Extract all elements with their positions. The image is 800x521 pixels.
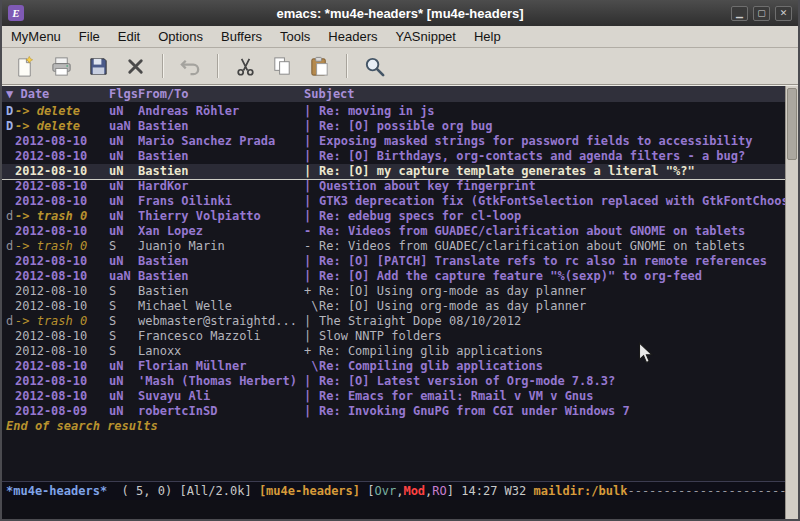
title-bar: E emacs: *mu4e-headers* [mu4e-headers] ▁… [2,0,798,26]
menu-item-buffers[interactable]: Buffers [212,26,271,47]
toolbar-separator [217,54,218,78]
subject-cell: Re: [O] my capture template generates a … [319,164,785,179]
date-cell: 2012-08-10 [15,329,109,344]
message-row[interactable]: D-> deleteuaNBastien|Re: [O] possible or… [2,119,785,134]
date-cell: 2012-08-10 [15,164,109,179]
from-cell: Bastien [138,149,304,164]
menu-item-help[interactable]: Help [465,26,510,47]
menu-item-options[interactable]: Options [149,26,212,47]
mark-cell [6,359,15,374]
modeline-plain: , [396,482,403,500]
mark-cell [6,194,15,209]
new-file-button[interactable] [8,51,40,81]
mark-cell: d [6,239,15,254]
message-row[interactable]: D-> deleteuNAndreas Röhler|Re: moving in… [2,104,785,119]
thread-cell: \ [304,299,319,314]
message-row[interactable]: 2012-08-10uNHardKor|Question about key f… [2,179,785,194]
copy-button[interactable] [266,51,298,81]
from-cell: Thierry Volpiatto [138,209,304,224]
message-row[interactable]: 2012-08-10uNFrans Oilinki|GTK3 deprecati… [2,194,785,209]
toolbar-separator [162,54,163,78]
date-cell: 2012-08-10 [15,389,109,404]
message-row[interactable]: d-> trash 0SJuanjo Marin-Re: Videos from… [2,239,785,254]
flags-cell: uN [109,359,138,374]
date-cell: 2012-08-10 [15,134,109,149]
flags-cell: uN [109,209,138,224]
message-row[interactable]: 2012-08-10uN'Mash (Thomas Herbert)|Re: [… [2,374,785,389]
message-row[interactable]: 2012-08-10uNXan Lopez-Re: Videos from GU… [2,224,785,239]
mark-cell [6,164,15,179]
column-header-from[interactable]: From/To [138,86,304,102]
scrollbar-thumb[interactable] [787,88,797,160]
message-row[interactable]: 2012-08-10SMichael Welle \Re: [O] Using … [2,299,785,314]
minibuffer[interactable] [2,500,785,519]
undo-button[interactable] [174,51,206,81]
column-header-subject[interactable]: Subject [304,86,785,102]
paste-button[interactable] [303,51,335,81]
thread-cell: | [304,149,319,164]
flags-cell: uN [109,224,138,239]
menu-item-headers[interactable]: Headers [319,26,386,47]
subject-cell: Re: [O] [PATCH] Translate refs to rc als… [319,254,785,269]
subject-cell: Re: [O] Birthdays, org-contacts and agen… [319,149,785,164]
modeline-plain: [ [367,482,374,500]
subject-cell: GTK3 deprecation fix (GtkFontSelection r… [319,194,785,209]
subject-cell: Re: [O] Using org-mode as day planner [319,299,785,314]
flags-cell: uN [109,374,138,389]
thread-cell: | [304,314,319,329]
end-of-results: End of search results [2,419,785,434]
toolbar-separator [346,54,347,78]
flags-cell: uN [109,194,138,209]
flags-cell: uN [109,389,138,404]
search-button[interactable] [358,51,390,81]
message-row[interactable]: 2012-08-10SBastien+Re: [O] Using org-mod… [2,284,785,299]
close-button[interactable]: ✕ [775,6,792,21]
menu-item-file[interactable]: File [70,26,109,47]
message-row[interactable]: 2012-08-10uNFlorian Müllner \Re: Compili… [2,359,785,374]
from-cell: Juanjo Marin [138,239,304,254]
message-row[interactable]: d-> trash 0Swebmaster@straightd...|The S… [2,314,785,329]
print-button[interactable] [45,51,77,81]
subject-cell: Re: [O] possible org bug [319,119,785,134]
menu-item-yasnippet[interactable]: YASnippet [386,26,464,47]
scrollbar[interactable] [785,86,798,519]
message-row[interactable]: 2012-08-10uNBastien|Re: [O] [PATCH] Tran… [2,254,785,269]
close-buffer-button[interactable] [119,51,151,81]
message-row[interactable]: d-> trash 0uNThierry Volpiatto|Re: edebu… [2,209,785,224]
modeline-mode: [mu4e-headers] [259,482,367,500]
thread-cell: + [304,284,319,299]
from-cell: Florian Müllner [138,359,304,374]
modeline-mod: Mod [403,482,425,500]
menu-item-mymenu[interactable]: MyMenu [2,26,70,47]
mark-cell [6,374,15,389]
message-row[interactable]: 2012-08-10uNSuvayu Ali|Re: Emacs for ema… [2,389,785,404]
cut-button[interactable] [229,51,261,81]
new-file-icon [13,55,36,78]
message-row[interactable]: 2012-08-10SLanoxx+Re: Compiling glib app… [2,344,785,359]
maximize-button[interactable]: ▢ [753,6,770,21]
menu-item-tools[interactable]: Tools [271,26,319,47]
mu4e-headers-window: ▼ Date Flgs From/To Subject D-> deleteuN… [2,86,785,519]
message-row[interactable]: 2012-08-10uNBastien|Re: [O] Birthdays, o… [2,149,785,164]
window-title: emacs: *mu4e-headers* [mu4e-headers] [2,6,798,21]
thread-cell: | [304,164,319,179]
column-header-flags[interactable]: Flgs [109,86,138,102]
message-row[interactable]: 2012-08-10uNMario Sanchez Prada|Exposing… [2,134,785,149]
modeline-plain: ] [447,482,461,500]
column-header-date[interactable]: ▼ Date [6,86,109,102]
thread-cell: | [304,209,319,224]
minimize-button[interactable]: ▁ [731,6,748,21]
tool-bar [2,48,798,85]
mark-cell [6,404,15,419]
message-row[interactable]: 2012-08-10SFrancesco Mazzoli|Slow NNTP f… [2,329,785,344]
thread-cell: | [304,254,319,269]
message-row[interactable]: 2012-08-09uNrobertcInSD|Re: Invoking Gnu… [2,404,785,419]
menu-item-edit[interactable]: Edit [109,26,149,47]
save-icon [87,55,110,78]
from-cell: Bastien [138,119,304,134]
from-cell: Frans Oilinki [138,194,304,209]
save-button[interactable] [82,51,114,81]
message-row[interactable]: 2012-08-10uaNBastien|Re: [O] Add the cap… [2,269,785,284]
message-row[interactable]: 2012-08-10uNBastien|Re: [O] my capture t… [2,164,785,179]
subject-cell: Re: edebug specs for cl-loop [319,209,785,224]
